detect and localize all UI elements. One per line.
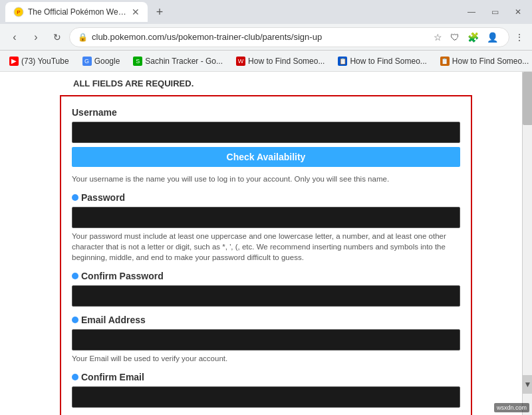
bookmark-find1-label: How to Find Someo... (248, 57, 325, 66)
window-controls: — ▭ ✕ (462, 5, 527, 19)
refresh-button[interactable]: ↻ (48, 28, 66, 47)
bookmark-find1[interactable]: W How to Find Someo... (232, 55, 329, 67)
username-hint: Your username is the name you will use t… (72, 174, 460, 184)
minimize-button[interactable]: — (462, 5, 481, 19)
password-required-dot (72, 194, 78, 201)
email-input[interactable] (72, 329, 460, 350)
password-hint: Your password must include at least one … (72, 231, 460, 263)
bookmark-find2[interactable]: 📋 How to Find Someo... (334, 55, 430, 67)
password-label: Password (72, 192, 460, 203)
bookmark-find3-label: How to Find Someo... (452, 57, 529, 66)
youtube-icon: ▶ (9, 57, 19, 66)
address-bar[interactable]: 🔒 club.pokemon.com/us/pokemon-trainer-cl… (69, 27, 509, 47)
confirm-password-section: Confirm Password (72, 271, 460, 307)
confirm-password-label: Confirm Password (72, 271, 460, 281)
navigation-bar: ‹ › ↻ 🔒 club.pokemon.com/us/pokemon-trai… (0, 24, 532, 51)
confirm-email-required-dot (72, 374, 78, 380)
google-icon: G (82, 57, 92, 66)
close-window-button[interactable]: ✕ (509, 5, 527, 19)
all-fields-label: ALL FIELDS ARE REQUIRED. (73, 78, 194, 88)
username-label: Username (72, 107, 460, 118)
find1-icon: W (236, 57, 245, 66)
svg-text:P: P (17, 9, 20, 15)
scrollbar-track[interactable]: ▼ (522, 72, 532, 415)
bookmark-find3[interactable]: 📋 How to Find Someo... (436, 55, 532, 67)
page-inner: ALL FIELDS ARE REQUIRED. Username Check … (0, 72, 532, 415)
bookmark-youtube[interactable]: ▶ (73) YouTube (5, 55, 73, 67)
find3-icon: 📋 (440, 57, 450, 66)
email-hint: Your Email will be used to verify your a… (72, 353, 460, 364)
shield-icon: 🛡 (448, 31, 462, 44)
tab-label: The Official Pokémon Website | (28, 7, 128, 17)
watermark: wsxdn.com (494, 403, 529, 412)
confirm-password-input[interactable] (72, 285, 460, 307)
forward-button[interactable]: › (27, 28, 45, 47)
check-availability-button[interactable]: Check Availability (72, 147, 460, 167)
bookmark-find2-label: How to Find Someo... (350, 57, 426, 66)
bookmark-star-icon[interactable]: ☆ (431, 31, 445, 44)
confirm-email-section: Confirm Email (72, 372, 460, 408)
email-label-text: Email Address (81, 315, 146, 325)
registration-form: Username Check Availability Your usernam… (60, 95, 472, 415)
find2-icon: 📋 (338, 57, 347, 66)
email-label: Email Address (72, 315, 460, 325)
confirm-password-label-text: Confirm Password (81, 271, 164, 281)
nav-extra-buttons: ⋮ (512, 29, 527, 45)
bookmark-google[interactable]: G Google (78, 55, 124, 67)
page-content: ALL FIELDS ARE REQUIRED. Username Check … (0, 72, 532, 415)
password-section: Password Your password must include at l… (72, 192, 460, 263)
username-section: Username Check Availability Your usernam… (72, 107, 460, 184)
bookmarks-bar: ▶ (73) YouTube G Google S Sachin Tracker… (0, 51, 532, 72)
email-section: Email Address Your Email will be used to… (72, 315, 460, 364)
address-bar-icons: ☆ 🛡 🧩 👤 (431, 31, 501, 44)
new-tab-button[interactable]: + (150, 3, 169, 21)
bookmark-sachin[interactable]: S Sachin Tracker - Go... (129, 55, 227, 67)
username-label-text: Username (72, 107, 117, 118)
back-button[interactable]: ‹ (5, 28, 24, 47)
extensions-icon[interactable]: 🧩 (465, 31, 481, 44)
bookmark-google-label: Google (94, 57, 120, 66)
form-header: ALL FIELDS ARE REQUIRED. (0, 72, 532, 95)
profile-icon[interactable]: 👤 (484, 31, 501, 44)
password-input[interactable] (72, 207, 460, 228)
confirm-email-label: Confirm Email (72, 372, 460, 382)
scrollbar-thumb[interactable] (523, 72, 532, 125)
email-required-dot (72, 317, 78, 323)
confirm-email-input[interactable] (72, 386, 460, 408)
scroll-to-bottom-button[interactable]: ▼ (523, 375, 532, 394)
confirm-password-required-dot (72, 273, 78, 279)
bookmark-sachin-label: Sachin Tracker - Go... (145, 57, 223, 66)
password-label-text: Password (81, 192, 125, 203)
more-options-button[interactable]: ⋮ (512, 29, 527, 45)
username-input[interactable] (72, 122, 460, 143)
tab-close-button[interactable]: ✕ (132, 7, 140, 17)
tab-favicon: P (13, 7, 24, 17)
confirm-email-label-text: Confirm Email (81, 372, 144, 382)
url-text: club.pokemon.com/us/pokemon-trainer-club… (92, 32, 427, 42)
browser-tab[interactable]: P The Official Pokémon Website | ✕ (5, 2, 148, 22)
restore-button[interactable]: ▭ (486, 5, 504, 19)
bookmark-youtube-label: (73) YouTube (21, 57, 69, 66)
lock-icon: 🔒 (78, 33, 88, 42)
sachin-icon: S (133, 57, 142, 66)
title-bar: P The Official Pokémon Website | ✕ + — ▭… (0, 0, 532, 24)
